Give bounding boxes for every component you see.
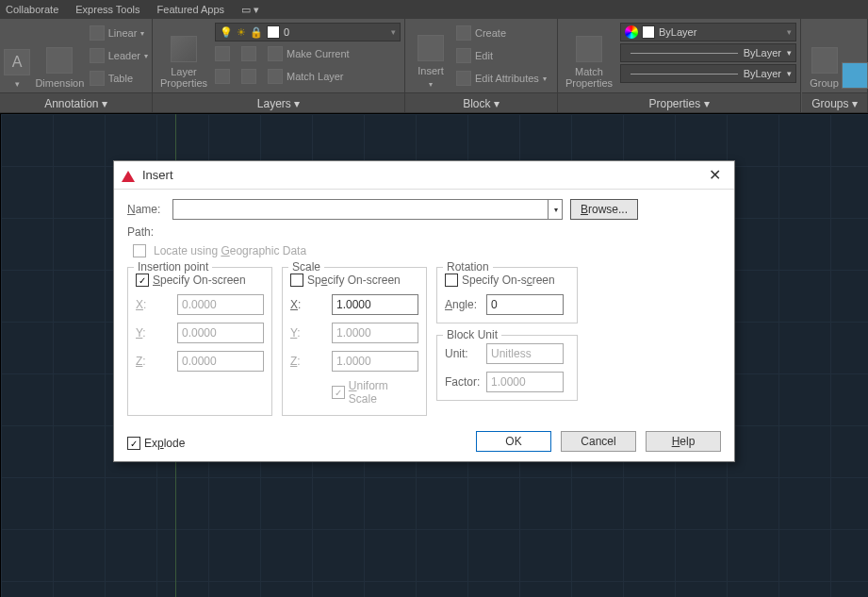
dialog-title: Insert (142, 168, 173, 182)
scale-z-input (332, 351, 418, 372)
dimension-icon (46, 47, 73, 74)
dimension-button[interactable]: Dimension (34, 23, 86, 91)
angle-input[interactable] (486, 294, 564, 315)
group-button[interactable]: Group (806, 23, 843, 91)
group-button-2[interactable] (846, 23, 863, 91)
color-selector[interactable]: ByLayer ▾ (620, 23, 796, 41)
cancel-button[interactable]: Cancel (561, 431, 636, 452)
ribbon: A ▾ Dimension Linear ▾ Leader ▾ (0, 19, 868, 113)
insert-block-button[interactable]: Insert ▾ (409, 23, 452, 91)
layer-tool-4[interactable] (241, 66, 256, 87)
chevron-down-icon: ▾ (140, 29, 144, 38)
layer-properties-button[interactable]: Layer Properties (156, 23, 211, 91)
panel-title-layers[interactable]: Layers ▾ (153, 92, 404, 112)
rotation-legend: Rotation (443, 260, 493, 274)
insertion-z-label: Z: (136, 355, 172, 368)
scale-z-label: Z: (290, 355, 326, 368)
insertion-legend: Insertion point (134, 260, 212, 274)
name-combobox[interactable]: ▾ (172, 199, 563, 220)
match-layer-button[interactable]: Match Layer (268, 66, 344, 87)
name-label: Name: (127, 203, 165, 216)
autocad-logo-icon (122, 169, 135, 182)
insertion-z-input (177, 351, 264, 372)
edit-attributes-icon (456, 71, 471, 86)
panel-title-annotation[interactable]: Annotation ▾ (0, 92, 152, 112)
layer-tool-3[interactable] (215, 66, 230, 87)
edit-attributes-button[interactable]: Edit Attributes ▾ (456, 68, 547, 89)
geo-data-label: Locate using Geographic Data (154, 244, 306, 257)
panel-title-properties[interactable]: Properties ▾ (558, 92, 800, 112)
make-current-button[interactable]: Make Current (268, 43, 350, 64)
close-button[interactable]: ✕ (703, 166, 727, 185)
help-button[interactable]: Help (646, 431, 721, 452)
edit-block-button[interactable]: Edit (456, 45, 547, 66)
match-properties-button[interactable]: Match Properties (562, 23, 616, 91)
leader-icon (90, 48, 105, 63)
linear-icon (90, 25, 105, 41)
menubar: Collaborate Express Tools Featured Apps … (0, 0, 868, 19)
layer-tool-1[interactable] (215, 43, 230, 64)
lineweight-selector[interactable]: ByLayer ▾ (620, 43, 796, 62)
chevron-down-icon: ▾ (548, 200, 558, 219)
layer-selector[interactable]: 💡 ☀ 🔒 0 ▾ (215, 23, 401, 41)
chevron-down-icon: ▾ (391, 27, 396, 37)
group-icon-2 (842, 62, 868, 89)
leader-button[interactable]: Leader ▾ (90, 45, 148, 66)
rotation-specify-checkbox[interactable] (445, 274, 458, 287)
path-label: Path: (127, 225, 165, 239)
table-icon (90, 71, 105, 86)
linetype-selector[interactable]: ByLayer ▾ (620, 64, 796, 83)
insertion-y-input (177, 323, 264, 343)
block-unit-legend: Block Unit (443, 328, 501, 341)
insertion-y-label: Y: (136, 326, 172, 340)
scale-group: Scale Specify On-screen X: Y: Z: (282, 267, 427, 416)
text-style-button[interactable]: A ▾ (4, 23, 30, 91)
layer-tool-2[interactable] (241, 43, 256, 64)
linear-button[interactable]: Linear ▾ (90, 23, 148, 43)
create-block-button[interactable]: Create (456, 23, 547, 43)
color-swatch (642, 25, 655, 39)
panel-annotation: A ▾ Dimension Linear ▾ Leader ▾ (0, 19, 153, 112)
group-icon (811, 47, 838, 74)
layers-icon (171, 36, 197, 62)
match-properties-icon (576, 36, 602, 62)
text-icon: A (4, 49, 30, 75)
ok-button[interactable]: OK (476, 431, 551, 452)
create-icon (456, 25, 471, 41)
explode-checkbox[interactable] (127, 437, 140, 450)
panel-title-block[interactable]: Block ▾ (405, 92, 557, 112)
menu-express-tools[interactable]: Express Tools (75, 4, 139, 15)
insertion-specify-checkbox[interactable] (136, 274, 149, 287)
menu-overflow[interactable]: ▭ ▾ (241, 4, 259, 16)
panel-title-groups[interactable]: Groups ▾ (802, 92, 867, 112)
menu-featured-apps[interactable]: Featured Apps (157, 4, 225, 15)
insertion-x-input (177, 294, 264, 315)
lock-icon: 🔒 (250, 26, 263, 39)
panel-groups: Group Groups ▾ (802, 19, 868, 112)
layer-color-swatch (267, 25, 280, 39)
insertion-specify-label: Specify On-screen (153, 274, 246, 287)
block-unit-group: Block Unit Unit: Factor: (436, 335, 578, 401)
panel-properties: Match Properties ByLayer ▾ ByLayer ▾ (558, 19, 801, 112)
dialog-titlebar[interactable]: Insert ✕ (114, 161, 734, 190)
insert-icon (418, 35, 444, 61)
table-button[interactable]: Table (90, 68, 148, 89)
scale-y-label: Y: (290, 326, 326, 340)
factor-input (486, 372, 564, 392)
make-current-icon (268, 46, 283, 61)
scale-specify-checkbox[interactable] (290, 274, 303, 287)
unit-label: Unit: (445, 347, 481, 360)
scale-x-label: X: (290, 298, 326, 311)
dimension-label: Dimension (35, 77, 84, 89)
color-wheel-icon (625, 25, 638, 39)
scale-specify-label: Specify On-screen (307, 274, 401, 287)
uniform-scale-checkbox (332, 386, 345, 399)
browse-button[interactable]: Browse... (570, 199, 638, 220)
scale-x-input[interactable] (332, 294, 418, 315)
chevron-down-icon: ▾ (144, 52, 148, 60)
geo-data-checkbox (133, 244, 146, 257)
match-layer-icon (268, 69, 283, 84)
rotation-specify-label: Specify On-screen (462, 274, 555, 287)
uniform-scale-label: Uniform Scale (349, 379, 418, 406)
menu-collaborate[interactable]: Collaborate (6, 4, 58, 15)
